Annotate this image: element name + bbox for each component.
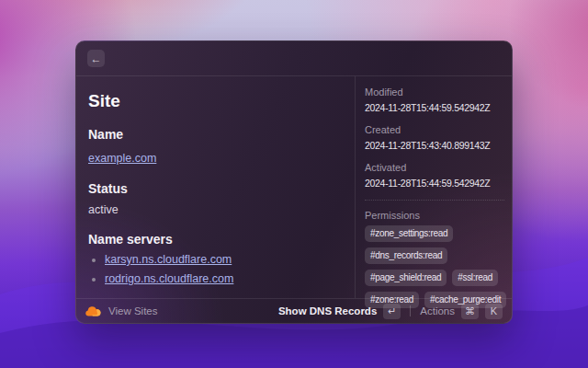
created-value: 2024-11-28T15:43:40.899143Z	[365, 140, 508, 151]
metadata-divider	[365, 200, 504, 201]
nameserver-link[interactable]: rodrigo.ns.cloudflare.com	[105, 272, 233, 285]
nameservers-heading: Name servers	[88, 232, 342, 247]
window-header: ←	[76, 41, 512, 76]
name-heading: Name	[88, 127, 342, 142]
actions-button[interactable]: Actions	[420, 305, 455, 316]
cloudflare-icon	[85, 306, 101, 316]
command-key-icon: ⌘	[461, 304, 479, 319]
show-dns-records-button[interactable]: Show DNS Records	[278, 305, 377, 316]
list-item: rodrigo.ns.cloudflare.com	[105, 272, 342, 285]
activated-label: Activated	[365, 162, 508, 173]
modified-value: 2024-11-28T15:44:59.542942Z	[365, 102, 508, 113]
list-item: karsyn.ns.cloudflare.com	[105, 253, 342, 266]
k-key-icon: K	[485, 304, 503, 319]
modified-label: Modified	[365, 86, 508, 98]
nameserver-link[interactable]: karsyn.ns.cloudflare.com	[105, 253, 232, 266]
activated-value: 2024-11-28T15:44:59.542942Z	[365, 178, 508, 189]
action-bar: View Sites Show DNS Records ↵ Actions ⌘ …	[76, 298, 512, 323]
permission-tag: #zone_settings:read	[365, 225, 453, 242]
app-name-label: View Sites	[108, 305, 157, 316]
site-name-link[interactable]: example.com	[88, 152, 156, 165]
footer-divider	[410, 305, 411, 316]
back-arrow-icon: ←	[91, 52, 102, 65]
permission-tag: #page_shield:read	[365, 270, 447, 286]
enter-key-icon: ↵	[383, 304, 401, 319]
nameserver-list: karsyn.ns.cloudflare.com rodrigo.ns.clou…	[105, 253, 342, 285]
permission-tag: #ssl:read	[452, 270, 498, 286]
permissions-tag-list: #zone_settings:read #dns_records:read #p…	[365, 225, 508, 308]
permissions-label: Permissions	[365, 210, 508, 221]
status-heading: Status	[88, 181, 342, 196]
status-value: active	[88, 203, 342, 216]
app-window: ← Site Name example.com Status active Na…	[75, 40, 513, 324]
metadata-panel: Modified 2024-11-28T15:44:59.542942Z Cre…	[355, 76, 512, 298]
created-label: Created	[365, 124, 508, 135]
page-title: Site	[88, 91, 342, 111]
site-detail-panel: Site Name example.com Status active Name…	[76, 76, 355, 298]
permission-tag: #dns_records:read	[365, 247, 447, 264]
back-button[interactable]: ←	[87, 50, 105, 67]
